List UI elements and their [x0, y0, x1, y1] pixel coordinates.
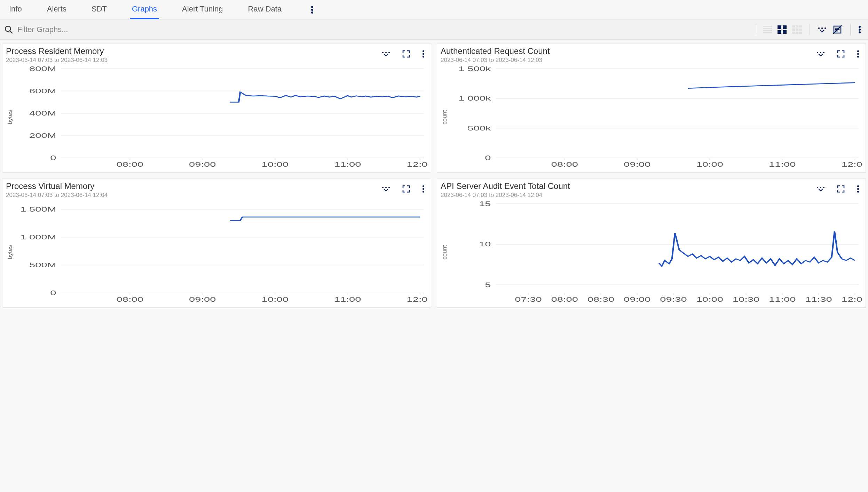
chart-time-range: 2023-06-14 07:03 to 2023-06-14 12:04: [6, 192, 108, 199]
more-vertical-icon: [422, 50, 425, 58]
svg-point-35: [388, 52, 390, 53]
svg-point-1: [311, 9, 313, 11]
card-expand-arrows-button[interactable]: [814, 185, 828, 193]
svg-text:10: 10: [479, 240, 491, 247]
svg-text:400M: 400M: [29, 110, 56, 117]
card-fullscreen-button[interactable]: [834, 48, 848, 59]
disable-ops-notes-button[interactable]: [829, 23, 845, 36]
svg-point-22: [818, 27, 820, 29]
tab-graphs[interactable]: Graphs: [130, 0, 159, 19]
svg-text:1 000M: 1 000M: [20, 233, 56, 240]
tab-alerts[interactable]: Alerts: [45, 0, 69, 19]
search-icon: [4, 25, 13, 34]
svg-rect-12: [783, 30, 787, 34]
svg-rect-7: [763, 30, 772, 31]
svg-point-109: [823, 187, 824, 188]
svg-rect-9: [778, 25, 781, 29]
card-fullscreen-button[interactable]: [834, 183, 848, 195]
svg-rect-21: [799, 32, 802, 34]
svg-point-31: [859, 29, 861, 31]
svg-line-4: [10, 31, 13, 33]
svg-text:08:00: 08:00: [117, 296, 143, 303]
card-more-button[interactable]: [419, 184, 427, 194]
svg-text:12:00: 12:00: [407, 161, 427, 168]
more-vertical-icon: [858, 25, 861, 34]
svg-text:07:30: 07:30: [515, 296, 542, 303]
svg-text:10:00: 10:00: [696, 161, 723, 168]
svg-text:08:00: 08:00: [551, 161, 578, 168]
tabs-more-button[interactable]: [308, 4, 316, 15]
svg-text:600M: 600M: [29, 87, 56, 94]
filter-graphs-input[interactable]: [17, 25, 156, 34]
card-fullscreen-button[interactable]: [399, 183, 413, 195]
card-more-button[interactable]: [419, 49, 427, 59]
svg-line-29: [833, 25, 842, 34]
svg-rect-11: [778, 30, 781, 34]
chart-plot[interactable]: 5101507:3008:0008:3009:0009:3010:0010:30…: [449, 200, 862, 304]
svg-text:5: 5: [485, 281, 491, 288]
fullscreen-icon: [837, 50, 845, 58]
svg-text:09:00: 09:00: [624, 296, 650, 303]
svg-point-108: [820, 187, 821, 188]
chart-title: API Server Audit Event Total Count: [441, 181, 570, 191]
expand-all-button[interactable]: [815, 25, 829, 34]
svg-text:12:00: 12:00: [842, 296, 862, 303]
svg-point-36: [423, 50, 424, 52]
svg-text:500k: 500k: [467, 125, 491, 132]
svg-text:500M: 500M: [29, 261, 56, 268]
svg-text:10:00: 10:00: [696, 296, 723, 303]
expand-arrows-icon: [382, 51, 390, 56]
svg-point-107: [817, 187, 818, 188]
card-more-button[interactable]: [854, 184, 862, 194]
svg-point-84: [385, 187, 387, 188]
svg-text:08:30: 08:30: [587, 296, 614, 303]
svg-point-59: [817, 52, 818, 53]
chart-title: Authenticated Request Count: [441, 46, 550, 56]
expand-arrows-icon: [816, 187, 825, 191]
svg-text:11:30: 11:30: [805, 296, 832, 303]
card-expand-arrows-button[interactable]: [379, 50, 393, 58]
svg-text:09:00: 09:00: [189, 161, 216, 168]
chart-time-range: 2023-06-14 07:03 to 2023-06-14 12:03: [6, 57, 108, 64]
card-expand-arrows-button[interactable]: [379, 185, 393, 193]
svg-text:11:00: 11:00: [769, 296, 796, 303]
chart-title: Process Resident Memory: [6, 46, 108, 56]
svg-text:11:00: 11:00: [769, 161, 796, 168]
card-expand-arrows-button[interactable]: [814, 50, 828, 58]
svg-text:08:00: 08:00: [551, 296, 578, 303]
fullscreen-icon: [402, 50, 410, 58]
svg-rect-13: [792, 25, 795, 27]
chart-time-range: 2023-06-14 07:03 to 2023-06-14 12:04: [441, 192, 570, 199]
grid-2x2-icon: [778, 25, 787, 34]
tab-raw-data[interactable]: Raw Data: [246, 0, 284, 19]
fullscreen-icon: [402, 185, 410, 193]
view-grid-3x3-button[interactable]: [789, 24, 805, 35]
view-grid-2x2-button[interactable]: [775, 24, 789, 35]
svg-rect-18: [799, 29, 802, 31]
svg-text:0: 0: [485, 154, 491, 161]
svg-text:0: 0: [50, 289, 56, 296]
svg-rect-10: [783, 25, 787, 29]
filter-bar: [0, 19, 868, 40]
tab-alert-tuning[interactable]: Alert Tuning: [180, 0, 225, 19]
tab-info[interactable]: Info: [7, 0, 24, 19]
card-fullscreen-button[interactable]: [399, 48, 413, 59]
svg-text:800M: 800M: [29, 65, 56, 72]
svg-text:10:00: 10:00: [262, 161, 289, 168]
chart-plot[interactable]: 0500k1 000k1 500k08:0009:0010:0011:0012:…: [449, 65, 862, 169]
expand-arrows-icon: [816, 51, 825, 56]
svg-point-111: [857, 188, 859, 190]
chart-plot[interactable]: 0500M1 000M1 500M08:0009:0010:0011:0012:…: [14, 200, 427, 304]
list-view-icon: [763, 26, 772, 33]
toolbar-more-button[interactable]: [855, 24, 864, 35]
card-more-button[interactable]: [854, 49, 862, 59]
charts-grid: Process Resident Memory 2023-06-14 07:03…: [0, 40, 868, 311]
chart-plot[interactable]: 0200M400M600M800M08:0009:0010:0011:0012:…: [14, 65, 427, 169]
svg-text:200M: 200M: [29, 132, 56, 139]
tab-sdt[interactable]: SDT: [89, 0, 109, 19]
view-list-button[interactable]: [760, 24, 775, 35]
svg-text:1 000k: 1 000k: [459, 95, 491, 102]
chart-ylabel: bytes: [6, 200, 14, 304]
svg-point-24: [824, 27, 826, 29]
svg-point-30: [859, 26, 861, 28]
